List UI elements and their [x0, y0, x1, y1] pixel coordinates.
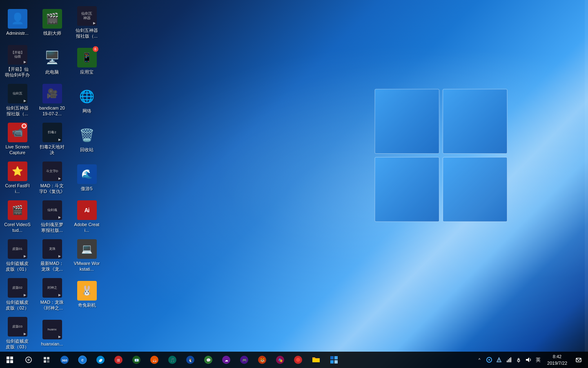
icon-mad3[interactable]: 封神之 MAD：龙珠 《封神之...	[37, 276, 67, 313]
icon-appstore[interactable]: 📱 6 应用宝	[71, 43, 102, 80]
svg-text:☁: ☁	[225, 358, 228, 362]
taskbar-apps: 360 e 搜	[56, 352, 472, 368]
svg-text:🎵: 🎵	[170, 358, 175, 363]
tray-volume-icon[interactable]	[523, 352, 533, 368]
windows-logo	[368, 82, 514, 229]
taskbar-app-sogou[interactable]: 搜	[109, 352, 127, 368]
icon-adobe[interactable]: Ai Adobe Creati...	[71, 198, 102, 235]
icon-admin[interactable]: 👤 Administr...	[2, 4, 33, 41]
icon-qitu[interactable]: 🐰 奇兔刷机	[71, 276, 102, 313]
svg-text:💬: 💬	[206, 358, 211, 363]
taskbar-app-firefox[interactable]: 🦊	[145, 352, 163, 368]
svg-rect-45	[507, 361, 508, 362]
taskbar-app-music[interactable]: 🎵	[163, 352, 181, 368]
svg-point-44	[499, 361, 499, 362]
svg-rect-8	[44, 360, 46, 363]
svg-text:e: e	[81, 358, 84, 362]
svg-rect-46	[508, 359, 509, 362]
clock-time: 8:42	[553, 353, 561, 360]
svg-marker-50	[526, 357, 529, 362]
icon-xjhuanjie[interactable]: 仙剑魂 仙剑魂至梦 寒报社版...	[37, 198, 67, 235]
svg-text:📧: 📧	[134, 358, 139, 363]
svg-rect-7	[47, 357, 49, 359]
icon-bandicam[interactable]: 🎥 bandicam 2019-07-2...	[37, 82, 67, 119]
icon-recycle[interactable]: 🗑️ 回收站	[71, 121, 102, 157]
taskbar-app-wechat[interactable]: 💬	[199, 352, 217, 368]
svg-point-49	[518, 361, 519, 362]
svg-rect-2	[375, 157, 439, 222]
taskbar-app-game1[interactable]: 🎮	[235, 352, 253, 368]
taskbar-app-cloud[interactable]: ☁	[217, 352, 235, 368]
svg-rect-0	[375, 89, 439, 154]
icon-network[interactable]: 🌐 网络	[71, 82, 102, 119]
icon-lineman[interactable]: 🎬 线剧大师	[37, 4, 67, 41]
svg-rect-39	[330, 360, 334, 364]
icon-xj5-1[interactable]: 仙剑五神器 仙剑五神器 报社版（...	[71, 4, 102, 41]
icon-maoyou[interactable]: 🌊 傲游5	[71, 159, 102, 196]
taskbar-app-edge[interactable]	[91, 352, 109, 368]
icon-xj-skin03[interactable]: 皮版03 仙剑盗贼皮 皮版（03）	[2, 315, 33, 352]
tray-expand-button[interactable]: ^	[474, 352, 484, 368]
tray-icon-3[interactable]	[504, 352, 514, 368]
taskbar-app-360[interactable]: 360	[56, 352, 74, 368]
svg-point-5	[27, 359, 30, 361]
svg-text:🎮: 🎮	[242, 358, 247, 363]
svg-text:搜: 搜	[117, 359, 120, 362]
icon-xj-skin01[interactable]: 皮版01 仙剑盗贼皮 皮版（01）	[2, 237, 33, 274]
icon-mad1[interactable]: 斗文字D MAD：斗文 字D《复仇》	[37, 159, 67, 196]
svg-point-42	[488, 359, 490, 361]
system-tray: ^	[472, 352, 588, 368]
tray-network-icon[interactable]	[514, 352, 523, 368]
taskbar-app-game2[interactable]: 🐯	[253, 352, 271, 368]
desktop-icons: 👤 Administr... 🎬 线剧大师 仙剑五神器 仙剑五神器 报社版（..…	[0, 0, 106, 356]
taskbar-app-game3[interactable]: 🎭	[271, 352, 289, 368]
start-button[interactable]	[0, 352, 20, 368]
icon-mad2[interactable]: 龙珠 最新MAD： 龙珠《龙...	[37, 237, 67, 274]
svg-rect-1	[443, 89, 508, 154]
taskbar-app-qq[interactable]: 🐧	[181, 352, 199, 368]
icon-xj4[interactable]: 【开箱】仙萌 【开箱】仙 萌仙剑4手办	[2, 43, 33, 80]
taskbar-app-5[interactable]: 📧	[127, 352, 145, 368]
icon-corelvideo[interactable]: 🎬 Corel VideoStud...	[2, 198, 33, 235]
taskbar-app-explorer[interactable]	[307, 352, 325, 368]
svg-text:🐯: 🐯	[260, 358, 265, 363]
svg-rect-3	[443, 157, 508, 222]
scrollbar[interactable]	[585, 0, 588, 368]
tray-icon-2[interactable]	[494, 352, 504, 368]
svg-point-36	[296, 358, 300, 362]
icon-scanvirus[interactable]: 扫毒2 扫毒2天地对 决	[37, 121, 67, 157]
svg-rect-38	[334, 356, 338, 359]
cortana-button[interactable]	[20, 352, 38, 368]
taskbar-app-record[interactable]	[289, 352, 307, 368]
svg-rect-9	[47, 360, 49, 363]
svg-text:360: 360	[62, 359, 67, 362]
task-view-button[interactable]	[38, 352, 56, 368]
icon-mypc[interactable]: 🖥️ 此电脑	[37, 43, 67, 80]
desktop: 👤 Administr... 🎬 线剧大师 仙剑五神器 仙剑五神器 报社版（..…	[0, 0, 588, 368]
icon-xj5-2[interactable]: 仙剑五 仙剑五神器 报社版（...	[2, 82, 33, 119]
clock-date: 2019/7/22	[547, 360, 567, 367]
icon-livecapture[interactable]: 📹 Live Screen Capture	[2, 121, 33, 157]
language-indicator[interactable]: 英	[533, 352, 543, 368]
svg-text:🦊: 🦊	[152, 358, 157, 363]
svg-rect-37	[330, 356, 334, 359]
svg-text:🐧: 🐧	[188, 358, 193, 363]
svg-rect-48	[510, 357, 511, 362]
tray-icon-1[interactable]	[484, 352, 494, 368]
icon-vmware[interactable]: 💻 VMware Workstati...	[71, 237, 102, 274]
taskbar-app-store[interactable]	[325, 352, 343, 368]
clock[interactable]: 8:42 2019/7/22	[543, 352, 571, 368]
taskbar-app-browser[interactable]: e	[74, 352, 91, 368]
icon-huanxian[interactable]: huanx huanxian...	[37, 315, 67, 352]
svg-text:🎭: 🎭	[278, 358, 283, 363]
icon-corelfast[interactable]: ⭐ Corel FastFli...	[2, 159, 33, 196]
svg-rect-6	[44, 357, 46, 359]
svg-rect-40	[334, 360, 338, 364]
start-icon	[7, 357, 13, 363]
taskbar: 360 e 搜	[0, 352, 588, 368]
svg-rect-47	[509, 358, 510, 362]
icon-xj-skin02[interactable]: 皮版02 仙剑盗贼皮 皮版（02）	[2, 276, 33, 313]
notification-button[interactable]	[571, 352, 586, 368]
